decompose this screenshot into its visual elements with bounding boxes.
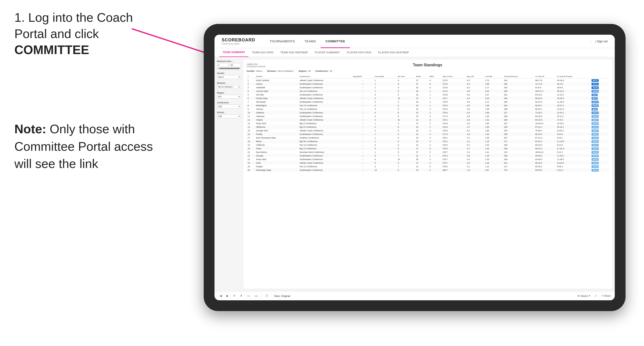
cell-adj-sg: -5.2: [466, 78, 484, 82]
cell-adj-sg: -5.0: [466, 93, 484, 96]
cell-conf-rank: 3: [374, 107, 397, 111]
cell-school[interactable]: Arizona State: [255, 89, 299, 93]
cell-vs25: 11-19-0: [556, 100, 590, 104]
sub-nav-player-summary[interactable]: PLAYER SUMMARY: [311, 48, 344, 57]
cell-avg-sg: 2.37: [484, 93, 503, 96]
cell-school[interactable]: Florida: [255, 132, 299, 136]
cell-avg-sg: 2.88: [484, 82, 503, 86]
cell-low-rd: 265: [503, 129, 534, 132]
cell-school[interactable]: Vanderbilt: [255, 86, 299, 89]
nav-item-tournaments[interactable]: TOURNAMENTS: [265, 35, 300, 48]
toolbar-share-btn[interactable]: ↗ Share: [601, 294, 611, 297]
cell-vs25: 30-4-0: [556, 82, 590, 86]
sub-nav-player-h2h-grid[interactable]: PLAYER H2H GRID: [344, 48, 375, 57]
toolbar-expand-icon[interactable]: ⤢: [593, 294, 598, 298]
cell-adj-par: 276.9: [442, 111, 466, 114]
cell-school[interactable]: Texas: [255, 147, 299, 150]
cell-school[interactable]: Texas Tech: [255, 122, 299, 125]
cell-school[interactable]: Tennessee: [255, 100, 299, 104]
cell-no-tour: 6: [397, 100, 415, 104]
cell-school[interactable]: Mississippi State: [255, 168, 299, 172]
cell-overall: 86-25-1: [534, 104, 556, 107]
cell-adj-sg: -6.2: [466, 86, 484, 89]
filter-division-control[interactable]: NCAA Division I ▾: [217, 85, 241, 89]
cell-school[interactable]: Washington: [255, 104, 299, 107]
th-low-rd: Low Rd.: [484, 75, 503, 78]
cell-rank: 26: [246, 168, 255, 172]
filter-label-region: Region: [217, 92, 241, 94]
cell-school[interactable]: New Mexico: [255, 150, 299, 154]
cell-adj-par: 278.2: [442, 143, 466, 147]
filter-school-control[interactable]: (All) ▾: [217, 114, 241, 118]
nav-item-committee[interactable]: COMMITTEE: [321, 35, 350, 48]
cell-school[interactable]: Arizona: [255, 107, 299, 111]
sub-nav-team-h2h-grid[interactable]: TEAM H2H GRID: [248, 48, 277, 57]
toolbar-reload[interactable]: ↺: [232, 294, 237, 298]
cell-school[interactable]: Texas A&M: [255, 158, 299, 161]
cell-adj-sg: -0.7: [466, 147, 484, 150]
cell-low-rd: 262: [503, 93, 534, 96]
note-bold: Note:: [14, 122, 46, 136]
cell-rnds: 22: [415, 107, 428, 111]
cell-conf: Atlantic Coast Conference: [299, 78, 352, 82]
cell-conf-rank: 1: [374, 136, 397, 140]
cell-overall: 63-15-1: [534, 93, 556, 96]
cell-school[interactable]: California: [255, 143, 299, 147]
filter-conference-control[interactable]: (All) ▾: [217, 105, 241, 108]
cell-wins: 2: [428, 125, 442, 129]
cell-school[interactable]: Arkansas: [255, 114, 299, 118]
toolbar-share-icon[interactable]: ⬆: [239, 294, 244, 298]
table-row: 4 Arizona State Pac-12 Conference – 1 9 …: [246, 89, 609, 93]
cell-conf-rank: 5: [374, 111, 397, 114]
cell-points: 68.38: [590, 165, 609, 168]
cell-points: 68.91: [590, 147, 609, 150]
cell-school[interactable]: Oklahoma: [255, 125, 299, 129]
cell-vs25: 28-6-0: [556, 86, 590, 89]
toolbar-tabs[interactable]: ≡+: [254, 294, 260, 298]
cell-overall: 83-15-0: [534, 118, 556, 122]
cell-rank: 3: [246, 86, 255, 89]
filter-gender-control[interactable]: Men's ▾: [217, 75, 241, 79]
cell-school[interactable]: Florida State: [255, 96, 299, 100]
sub-nav-team-summary[interactable]: TEAM SUMMARY: [219, 48, 248, 57]
sign-out[interactable]: | Sign out: [590, 40, 608, 43]
table-row: 3 Vanderbilt Southeastern Conference – 2…: [246, 86, 609, 89]
cell-conf-rank: 2: [374, 104, 397, 107]
cell-adj-sg: -2.0: [466, 158, 484, 161]
cell-reg-rank: –: [352, 136, 374, 140]
cell-rank: 1: [246, 78, 255, 82]
cell-school[interactable]: Virginia: [255, 118, 299, 122]
cell-conf: Big Ten Conference: [299, 140, 352, 143]
filter-rounds-min[interactable]: 4: [217, 63, 228, 67]
toolbar-clock[interactable]: 🕐: [264, 294, 270, 298]
sub-nav-player-h2h-heatmap[interactable]: PLAYER H2H HEATMAP: [375, 48, 412, 57]
cell-school[interactable]: Auburn: [255, 82, 299, 86]
nav-item-teams[interactable]: TEAMS: [300, 35, 321, 48]
cell-rank: 2: [246, 82, 255, 86]
toolbar-view-btn[interactable]: View: Original: [274, 295, 290, 297]
cell-wins: 2: [428, 100, 442, 104]
sub-nav-team-h2h-heatmap[interactable]: TEAM H2H HEATMAP: [277, 48, 311, 57]
cell-rank: 16: [246, 132, 255, 136]
cell-vs25: 15-32-2: [556, 122, 590, 125]
cell-school[interactable]: Georgia Tech: [255, 129, 299, 132]
cell-school[interactable]: Alabama: [255, 111, 299, 114]
toolbar-forward[interactable]: ▶: [225, 294, 230, 298]
cell-school[interactable]: Oregon: [255, 165, 299, 168]
cell-school[interactable]: East Tennessee State: [255, 136, 299, 140]
cell-rnds: 21: [415, 165, 428, 168]
toolbar-back[interactable]: ◀: [218, 294, 223, 298]
toolbar-bookmark[interactable]: □+: [246, 294, 252, 298]
cell-rank: 11: [246, 114, 255, 118]
toolbar-watch-btn[interactable]: 👁 Watch ▾: [577, 294, 590, 297]
filter-region-control[interactable]: N/A ▾: [217, 95, 241, 99]
cell-rnds: 18: [415, 100, 428, 104]
cell-school[interactable]: Duke: [255, 161, 299, 165]
cell-school[interactable]: Georgia: [255, 154, 299, 158]
cell-school[interactable]: Ole Miss: [255, 93, 299, 96]
filter-rounds-max[interactable]: 30: [229, 63, 241, 67]
cell-school[interactable]: North Carolina: [255, 78, 299, 82]
cell-school[interactable]: Illinois: [255, 140, 299, 143]
tablet-screen: SCOREBOARD Powered by clippd TOURNAMENTS…: [214, 35, 615, 300]
cell-points: 69.34: [590, 140, 609, 143]
